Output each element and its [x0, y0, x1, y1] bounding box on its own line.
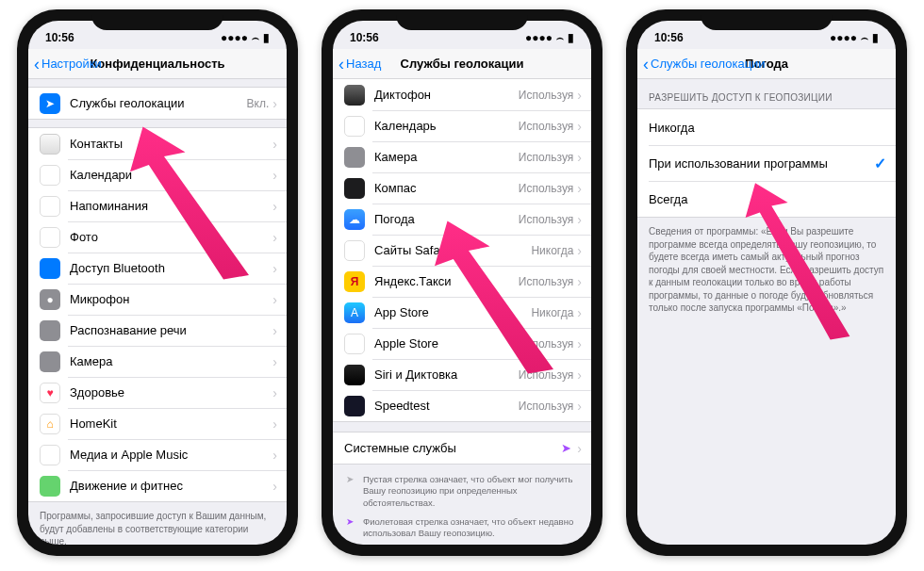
- row-system-services[interactable]: Системные службы ➤ ›: [333, 432, 591, 464]
- notch: [701, 9, 833, 30]
- app-icon: [344, 85, 365, 106]
- back-button[interactable]: ‹ Настройки: [34, 56, 102, 73]
- legend-row: ➤Пустая стрелка означает, что объект мог…: [333, 470, 591, 513]
- app-icon: [40, 351, 60, 372]
- row-voice-memos[interactable]: ДиктофонИспользуя›: [333, 79, 591, 110]
- row-label: Siri и Диктовка: [374, 367, 519, 382]
- status-indicators: ●●●● ⌢ ▮: [525, 31, 574, 44]
- row-homekit[interactable]: ⌂HomeKit›: [28, 408, 287, 439]
- row-siri[interactable]: Siri и ДиктовкаИспользуя›: [333, 359, 591, 390]
- row-label: Apple Store: [374, 336, 519, 351]
- back-label: Настройки: [41, 57, 102, 71]
- option-label: При использовании программы: [649, 156, 874, 171]
- battery-icon: ▮: [872, 31, 879, 44]
- option-label: Всегда: [649, 192, 886, 206]
- row-yandex-taxi[interactable]: ЯЯндекс.ТаксиИспользуя›: [333, 266, 591, 297]
- row-location-services[interactable]: ➤Службы геолокацииВкл.›: [28, 88, 287, 119]
- chevron-left-icon: ‹: [338, 56, 344, 73]
- row-weather[interactable]: ☁ПогодаИспользуя›: [333, 204, 591, 235]
- chevron-right-icon: ›: [577, 367, 582, 383]
- option-never[interactable]: Никогда: [637, 109, 896, 145]
- app-icon: [344, 147, 365, 168]
- chevron-right-icon: ›: [577, 243, 582, 258]
- row-detail: Используя: [519, 337, 574, 351]
- row-reminders[interactable]: Напоминания›: [28, 190, 287, 221]
- row-label: Здоровье: [70, 385, 272, 400]
- chevron-right-icon: ›: [577, 336, 582, 351]
- chevron-right-icon: ›: [272, 199, 277, 214]
- app-icon: [344, 116, 365, 137]
- option-while-using[interactable]: При использовании программы✓: [637, 145, 896, 181]
- row-bluetooth[interactable]: Доступ Bluetooth›: [28, 253, 287, 284]
- row-app-store[interactable]: AApp StoreНикогда›: [333, 297, 591, 328]
- battery-icon: ▮: [263, 31, 270, 44]
- row-label: Фото: [70, 230, 272, 244]
- row-safari[interactable]: Сайты SafariНикогда›: [333, 235, 591, 266]
- row-detail: Используя: [519, 120, 574, 133]
- notch: [396, 9, 528, 30]
- app-icon: [344, 365, 365, 385]
- phone-mockup-weather-permission: 10:56 ●●●● ⌢ ▮ ‹ Службы геолокации Погод…: [626, 9, 907, 556]
- section-header: РАЗРЕШИТЬ ДОСТУП К ГЕОПОЗИЦИИ: [637, 79, 896, 108]
- row-label: Speedtest: [374, 399, 519, 413]
- row-label: Погода: [374, 212, 519, 226]
- wifi-icon: ⌢: [252, 31, 259, 44]
- row-calendars[interactable]: Календари›: [28, 159, 287, 190]
- app-icon: ⌂: [40, 414, 60, 434]
- location-arrow-icon: ➤: [561, 441, 571, 455]
- signal-icon: ●●●●: [221, 31, 248, 44]
- chevron-right-icon: ›: [272, 416, 277, 432]
- chevron-right-icon: ›: [272, 261, 277, 276]
- row-label: HomeKit: [70, 416, 272, 431]
- screen-privacy: 10:56 ●●●● ⌢ ▮ ‹ Настройки Конфиденциаль…: [28, 21, 287, 545]
- screen-weather: 10:56 ●●●● ⌢ ▮ ‹ Службы геолокации Погод…: [637, 21, 896, 545]
- row-apple-store[interactable]: Apple StoreИспользуя›: [333, 328, 591, 359]
- chevron-right-icon: ›: [577, 399, 582, 414]
- chevron-right-icon: ›: [577, 181, 582, 196]
- row-label: Календари: [70, 168, 272, 182]
- chevron-right-icon: ›: [577, 441, 582, 456]
- app-icon: A: [344, 302, 365, 323]
- row-label: Камера: [70, 354, 272, 368]
- row-health[interactable]: ♥Здоровье›: [28, 377, 287, 408]
- chevron-right-icon: ›: [272, 385, 277, 400]
- row-camera-app[interactable]: КамераИспользуя›: [333, 141, 591, 172]
- row-speech[interactable]: Распознавание речи›: [28, 315, 287, 346]
- row-label: Диктофон: [374, 88, 519, 102]
- app-icon: ♥: [40, 383, 60, 403]
- row-contacts[interactable]: Контакты›: [28, 128, 287, 159]
- chevron-right-icon: ›: [272, 96, 277, 111]
- app-icon: [40, 476, 60, 497]
- row-photos[interactable]: ✿Фото›: [28, 221, 287, 253]
- status-time: 10:56: [654, 31, 684, 44]
- row-media[interactable]: ♫Медиа и Apple Music›: [28, 439, 287, 470]
- back-button[interactable]: ‹ Назад: [338, 56, 381, 73]
- app-icon: [344, 178, 365, 199]
- nav-bar: ‹ Назад Службы геолокации: [333, 49, 591, 79]
- row-calendar-app[interactable]: КалендарьИспользуя›: [333, 110, 591, 141]
- chevron-right-icon: ›: [577, 212, 582, 227]
- location-arrow-icon: ➤: [344, 474, 355, 509]
- row-detail: Используя: [519, 368, 574, 382]
- row-compass[interactable]: КомпасИспользуя›: [333, 172, 591, 204]
- row-camera[interactable]: Камера›: [28, 346, 287, 377]
- row-detail: Используя: [519, 151, 574, 164]
- legend-text: Фиолетовая стрелка означает, что объект …: [363, 516, 580, 540]
- chevron-right-icon: ›: [272, 479, 277, 494]
- row-detail: Используя: [519, 182, 574, 195]
- row-detail: Используя: [519, 275, 574, 288]
- chevron-right-icon: ›: [577, 305, 582, 320]
- row-microphone[interactable]: ●Микрофон›: [28, 284, 287, 315]
- back-label: Назад: [346, 57, 381, 71]
- phone-mockup-location-services: 10:56 ●●●● ⌢ ▮ ‹ Назад Службы геолокации…: [322, 9, 602, 556]
- chevron-right-icon: ›: [272, 323, 277, 338]
- row-label: Доступ Bluetooth: [70, 261, 272, 275]
- row-label: Микрофон: [70, 292, 272, 306]
- app-icon: ➤: [40, 93, 60, 114]
- option-always[interactable]: Всегда: [637, 181, 896, 217]
- row-speedtest[interactable]: SpeedtestИспользуя›: [333, 390, 591, 421]
- back-button[interactable]: ‹ Службы геолокации: [643, 56, 766, 73]
- row-motion[interactable]: Движение и фитнес›: [28, 470, 287, 501]
- row-label: Камера: [374, 150, 519, 164]
- signal-icon: ●●●●: [830, 31, 857, 44]
